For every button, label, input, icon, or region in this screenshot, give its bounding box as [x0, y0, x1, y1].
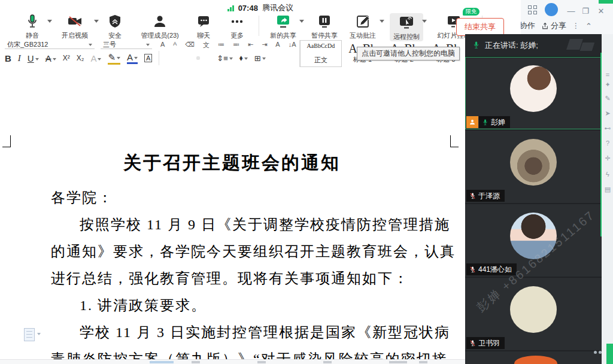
chevron-down-icon[interactable] — [299, 20, 304, 23]
annotate-icon — [355, 13, 371, 30]
clear-format-icon: ⌫ — [185, 41, 195, 50]
bullets-icon: ≔ — [218, 41, 224, 50]
rocket-icon[interactable]: ✦ — [603, 81, 612, 89]
avatar[interactable] — [545, 3, 558, 16]
more-icon — [229, 13, 245, 30]
start-video-button[interactable]: 开启视频 — [56, 13, 93, 40]
speaking-header: 正在讲话: 彭婵; — [465, 34, 602, 57]
participant-avatar — [510, 286, 557, 333]
align-center-button[interactable] — [176, 56, 180, 60]
chevron-down-icon[interactable] — [422, 20, 427, 23]
document-line: 学校 11 月 3 日实施封控管理根据是国家《新型冠状病 — [51, 319, 458, 346]
remote-control-button[interactable]: 远程控制 — [390, 13, 423, 41]
slider-icon[interactable]: ⊷ — [603, 125, 612, 132]
align-right-button[interactable] — [186, 56, 190, 60]
font-size-combo[interactable]: 三号 — [101, 41, 152, 49]
camera-icon[interactable]: ▤ — [603, 186, 612, 193]
paste-options-icon[interactable] — [24, 328, 35, 341]
apps-grid-icon[interactable] — [528, 5, 538, 15]
participant-avatar — [510, 139, 557, 186]
text-outline-button[interactable]: A — [90, 53, 101, 63]
participant-avatar — [514, 356, 557, 364]
pencil-icon[interactable]: ✎ — [603, 95, 612, 102]
distribute-button[interactable] — [207, 56, 210, 60]
strikethrough-button[interactable]: A — [45, 53, 56, 63]
chevron-down-icon[interactable] — [94, 20, 99, 23]
italic-button[interactable]: I — [18, 53, 21, 63]
chevron-down-icon — [146, 44, 150, 46]
share-screen-icon — [275, 13, 291, 30]
statusbar-chip — [150, 361, 174, 363]
style-sample: AaBbCcDd — [301, 43, 341, 54]
scroll-dot — [599, 351, 602, 354]
share-button[interactable]: 分享 — [541, 20, 566, 31]
manage-members-button[interactable]: 管理成员(23) — [135, 13, 184, 40]
shrink-font-icon: A — [173, 41, 177, 50]
more-button[interactable]: 更多 — [224, 13, 250, 40]
cursor-icon[interactable]: ➤ — [603, 110, 612, 117]
end-share-button[interactable]: 结束共享 — [456, 18, 504, 36]
menu-dots-icon[interactable]: ⋮ — [572, 22, 579, 30]
meeting-toolbar: 07:48 腾讯会议 静音 开启视频 安全 管理成 — [0, 0, 521, 40]
chevron-down-icon[interactable] — [47, 20, 52, 23]
document-line: 按照学校 11 月 9 日《关于调整学校疫情防控管理措施 — [51, 211, 458, 238]
share-border-right — [600, 53, 602, 236]
underline-button[interactable]: U — [28, 53, 39, 63]
members-icon — [153, 13, 167, 30]
document-body: 各学院： 按照学校 11 月 9 日《关于调整学校疫情防控管理措施 的通知》要求… — [51, 184, 458, 364]
video-tile[interactable]: 卫书羽 — [465, 278, 602, 350]
video-tile[interactable]: 于泽源 — [465, 131, 602, 203]
numbering-icon: ≕ — [233, 41, 239, 50]
page-corner-mark — [450, 135, 459, 147]
video-tile[interactable]: 彭婵 — [465, 57, 602, 129]
share-icon — [541, 22, 549, 30]
minimize-button[interactable]: — — [565, 5, 577, 16]
participant-name: 卫书羽 — [478, 338, 500, 348]
close-button[interactable]: ✕ — [595, 5, 607, 16]
help-icon[interactable]: ? — [603, 139, 612, 147]
hand-icon[interactable]: ✛ — [603, 154, 612, 162]
side-tool-strip: = ✦ ✎ ➤ ⊷ ? ✛ ϟ ▤ — [602, 34, 613, 364]
subscript-button[interactable]: X₂ — [77, 54, 84, 62]
annotate-button[interactable]: 互动批注 — [347, 13, 379, 40]
highlight-button[interactable]: ✎ — [108, 52, 120, 65]
remote-control-icon — [399, 14, 414, 31]
style-normal[interactable]: AaBbCcDd 正文 — [300, 40, 342, 67]
ruler-icon[interactable]: = — [603, 71, 612, 78]
mute-button[interactable]: 静音 — [18, 13, 47, 40]
ribbon-row1-icons[interactable]: AA ⌫文 ≔≕ ⇤⇥ A↓A ¶ — [160, 41, 308, 50]
justify-button[interactable] — [196, 56, 200, 60]
borders-button[interactable]: ⊞ — [254, 54, 266, 63]
flash-icon[interactable]: ϟ — [603, 171, 612, 178]
line-spacing-button[interactable]: ⇕≡ — [217, 54, 232, 63]
statusbar-chip — [192, 361, 200, 363]
char-border-button[interactable]: A — [144, 54, 152, 62]
participant-avatar — [510, 213, 557, 259]
align-left-button[interactable] — [166, 56, 169, 60]
collapse-ribbon-icon[interactable]: ⌃ — [585, 22, 592, 31]
font-color-button[interactable]: A — [127, 52, 138, 64]
video-tile-partial[interactable] — [465, 351, 602, 364]
superscript-button[interactable]: X² — [63, 54, 70, 62]
shading-button[interactable]: ⬧ — [239, 53, 248, 63]
chevron-down-icon[interactable] — [380, 20, 384, 23]
font-name-combo[interactable]: 仿宋_GB2312 — [5, 41, 95, 49]
host-badge — [466, 116, 478, 128]
indent-decrease-icon: ⇤ — [248, 41, 253, 50]
security-button[interactable]: 安全 — [103, 13, 127, 40]
page-corner-mark — [2, 135, 11, 147]
document-line: 1. 讲清政策要求。 — [51, 292, 458, 319]
collab-button[interactable]: 协作 — [520, 20, 535, 31]
new-share-button[interactable]: 新的共享 — [268, 13, 299, 40]
chat-icon — [196, 13, 211, 30]
video-tile[interactable]: 441潘心如 — [465, 204, 602, 277]
microphone-on-icon — [482, 119, 488, 126]
maximize-button[interactable]: ❐ — [579, 5, 591, 16]
microphone-icon — [472, 41, 480, 50]
document-line: 的通知》要求，各学院今天要组织召开主题教育班会，认真 — [51, 238, 458, 265]
bold-button[interactable]: B — [5, 53, 11, 63]
chat-button[interactable]: 聊天 — [192, 13, 216, 40]
meeting-time: 07:48 — [238, 4, 258, 13]
text-effects-icon: A — [275, 41, 280, 50]
pause-share-button[interactable]: 暂停共享 — [308, 13, 341, 40]
